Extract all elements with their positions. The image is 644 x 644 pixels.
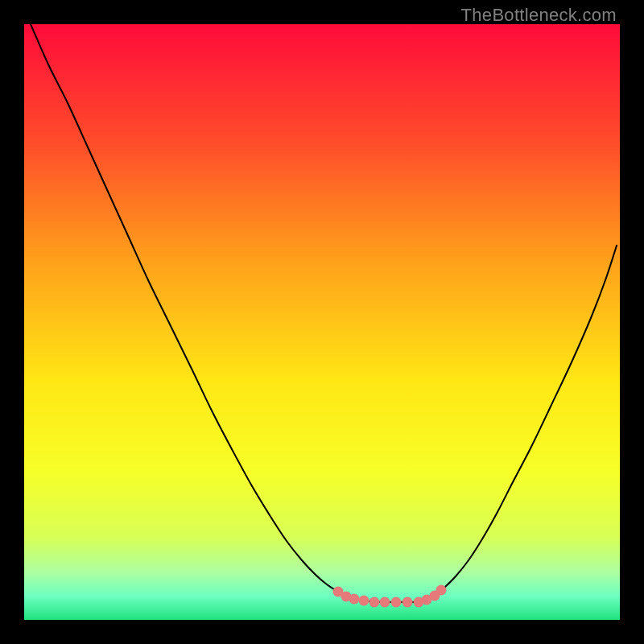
curve-layer xyxy=(24,24,620,620)
bottleneck-curve xyxy=(31,24,617,602)
watermark-text: TheBottleneck.com xyxy=(461,5,617,26)
optimal-markers xyxy=(333,585,447,608)
optimal-marker xyxy=(380,597,390,608)
optimal-marker xyxy=(436,585,447,596)
chart-container: TheBottleneck.com xyxy=(0,0,644,644)
plot-area xyxy=(24,24,620,620)
optimal-marker xyxy=(402,597,413,608)
optimal-marker xyxy=(349,594,360,605)
optimal-marker xyxy=(369,597,380,608)
optimal-marker xyxy=(391,597,402,608)
optimal-marker xyxy=(359,596,369,606)
